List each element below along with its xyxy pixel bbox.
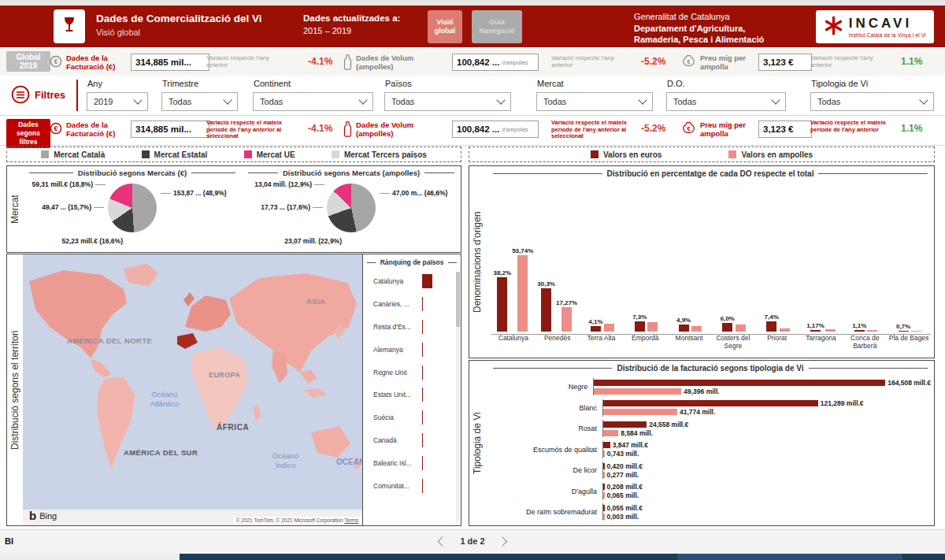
map-terms-link[interactable]: Terms — [344, 517, 358, 523]
mercat-panel: Mercat Distribució segons Mercats (€) 15… — [6, 165, 461, 253]
filters-label: Filtres — [35, 89, 65, 101]
ranking-row[interactable]: Regne Unit — [363, 361, 455, 384]
tipologia-bar-value-label: 0,003 mill. — [607, 513, 639, 521]
pie-slice-label: 52,23 mill.€ (16,6%) — [62, 237, 124, 245]
legend-item: Valors en ampolles — [728, 150, 813, 159]
pie-slice-label: 49,47 ... (15,7%) — [42, 203, 104, 211]
do-category-label: Penedès — [544, 332, 571, 354]
ranking-row[interactable]: Resta d'Es... — [363, 316, 455, 339]
do-bar-ampolles[interactable] — [736, 325, 746, 332]
tipologia-bar-ampolles[interactable] — [603, 514, 605, 520]
updated-block: Dades actualitzades a: 2015 – 2019 — [303, 13, 400, 35]
taskbar-sliver — [0, 554, 945, 560]
ranking-row[interactable]: Canàries, ... — [363, 293, 455, 316]
ranking-row[interactable]: Canadà — [363, 429, 455, 452]
do-bar-euros[interactable] — [766, 321, 776, 332]
ranking-country-label: Canàries, ... — [363, 300, 422, 308]
bing-logo[interactable]: bBing — [29, 509, 57, 522]
legend-label: Mercat Tercers països — [344, 150, 427, 159]
tipologia-bar-euros[interactable] — [603, 505, 605, 511]
org-block: Generalitat de Catalunya Departament d'A… — [634, 11, 764, 46]
updated-value: 2015 – 2019 — [303, 26, 400, 35]
do-bar-euros[interactable] — [635, 321, 645, 332]
do-bar-wrap: 4,9% — [676, 317, 691, 332]
filter-dropdown-paisos[interactable]: Todas — [384, 92, 511, 111]
tipologia-bar-ampolles[interactable] — [603, 451, 605, 457]
filter-dropdown-do[interactable]: Todas — [666, 92, 786, 111]
tipologia-bar-euros[interactable] — [594, 380, 885, 386]
legend-item: Mercat Català — [41, 150, 105, 159]
filter-dropdown-any[interactable]: 2019 — [87, 92, 148, 111]
legend-swatch — [591, 150, 598, 158]
tipologia-bar-euros[interactable] — [603, 400, 818, 406]
do-bar-ampolles[interactable] — [691, 326, 702, 332]
tipologia-bar-pair: 0,055 mill.€0,003 mill. — [602, 503, 931, 521]
ranking-row[interactable]: Comunitat... — [363, 474, 455, 497]
do-bar-euros[interactable] — [722, 323, 732, 332]
previous-page-button[interactable] — [438, 536, 448, 547]
visio-global-button[interactable]: Visió global — [428, 10, 462, 43]
pie-circle[interactable] — [327, 184, 376, 232]
ranking-row[interactable]: Alemanya — [363, 338, 455, 361]
ranking-bar-container — [422, 274, 455, 288]
tipologia-bar-euros[interactable] — [603, 442, 610, 448]
do-bar-euros[interactable] — [497, 277, 507, 332]
do-bar-wrap: 1,17% — [806, 322, 825, 332]
tipologia-bar-ampolles[interactable] — [603, 492, 605, 499]
wine-glass-icon — [60, 13, 79, 40]
tipologia-bar-ampolles[interactable] — [603, 472, 605, 478]
tipologia-bar-euros[interactable] — [603, 463, 605, 469]
tipologia-bar-value-label: 41,774 mill. — [680, 408, 715, 416]
mercat-side-label: Mercat — [7, 166, 23, 252]
preu-label: Preu mig per ampolla — [700, 54, 758, 71]
ranking-country-label: Estats Unit... — [363, 391, 422, 399]
filter-dropdown-trimestre[interactable]: Todas — [161, 92, 238, 111]
tipologia-bar-euros[interactable] — [603, 421, 647, 428]
tipologia-chart: Distribució de la facturació segons tipo… — [485, 361, 934, 525]
do-bar-ampolles[interactable] — [647, 322, 658, 332]
map-label-asia: ASIA — [306, 297, 325, 306]
tipologia-bar-ampolles[interactable] — [603, 430, 618, 436]
pie-slice-label: 59,31 mill.€ (18,8%) — [32, 180, 106, 188]
ranking-row[interactable]: Balearic Isl... — [363, 451, 455, 474]
guia-navegacio-button[interactable]: Guia Navegació — [472, 10, 522, 43]
ranking-bar[interactable] — [422, 297, 423, 311]
do-bar-wrap: 17,27% — [556, 299, 577, 332]
ranking-row[interactable]: Suècia — [363, 406, 455, 429]
euro-coin-icon: € — [50, 55, 62, 68]
do-bar-value-label: 30,3% — [537, 280, 555, 287]
ranking-bar[interactable] — [422, 274, 432, 288]
tipologia-bar-line: 49,396 mill. — [594, 388, 931, 395]
ranking-scrollbar-thumb[interactable] — [456, 272, 460, 327]
legend-label: Mercat Català — [54, 150, 105, 159]
ranking-bar-container — [422, 320, 455, 334]
facturacio-var-label: Variació respecte el mateix període de l… — [206, 120, 285, 140]
tipologia-bar-euros[interactable] — [603, 484, 605, 490]
filter-dropdown-value: Todas — [260, 97, 283, 106]
do-bar-euros[interactable] — [591, 326, 601, 332]
dashboard-header: Dades de Comercialització del Vi Visió g… — [0, 6, 945, 47]
ranking-scrollbar[interactable] — [456, 272, 460, 523]
filter-dropdown-continent[interactable]: Todas — [253, 92, 373, 111]
ranking-row[interactable]: Catalunya — [363, 270, 455, 293]
do-bar-ampolles[interactable] — [517, 255, 528, 332]
filter-dropdown-mercat[interactable]: Todas — [536, 92, 653, 111]
do-bar-ampolles[interactable] — [604, 324, 614, 332]
map-label-atlantic: Océano Atlántico — [141, 390, 188, 409]
tipologia-title: Distribució de la facturació segons tipo… — [617, 364, 803, 373]
do-bar-euros[interactable] — [679, 325, 689, 332]
world-map[interactable]: AMÉRICA DEL NORTE EUROPA ASIA ÁFRICA AMÉ… — [23, 254, 363, 525]
next-page-button[interactable] — [498, 536, 508, 547]
do-bar-pair: 38,2%53,74% — [493, 247, 533, 332]
euro-coin-icon: € — [50, 122, 62, 135]
tipologia-bar-ampolles[interactable] — [603, 409, 677, 415]
ranking-row[interactable]: Estats Unit... — [363, 384, 455, 406]
ranking-title: Rànquing de països — [380, 258, 444, 266]
do-bar-ampolles[interactable] — [561, 307, 572, 332]
ranking-bar[interactable] — [422, 320, 423, 334]
tipologia-bar-ampolles[interactable] — [594, 388, 681, 395]
do-bar-euros[interactable] — [541, 288, 551, 332]
filter-dropdown-tipologia[interactable]: Todas — [810, 92, 934, 111]
volum-var-value: -5.2% — [641, 56, 665, 67]
pie-circle[interactable] — [108, 184, 157, 232]
